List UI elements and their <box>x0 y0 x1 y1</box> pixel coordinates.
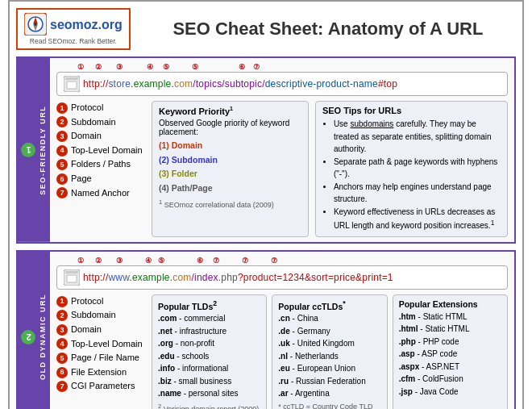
tld-footnote: 2 Verisign domain report (2009) <box>158 403 260 409</box>
url2-item6-label: File Extension <box>71 365 127 380</box>
svg-point-4 <box>34 23 37 26</box>
section2-numbered-list: 1Protocol 2Subdomain 3Domain 4Top-Level … <box>56 294 145 409</box>
section2-badge: 2 <box>21 330 35 344</box>
url1-domain: example <box>134 78 172 90</box>
url2-n7a: ⑦ <box>213 257 219 265</box>
url2-item3-label: Domain <box>71 323 102 337</box>
section2-info-grid: Popular TLDs2 .com - commercial .net - i… <box>152 294 508 409</box>
url1-n2: ② <box>95 63 102 71</box>
section2-label: 2 OLD DYNAMIC URL <box>18 252 50 409</box>
logo-icon <box>24 13 47 35</box>
ext-aspx: .aspx - ASP.NET <box>399 361 501 374</box>
num2-circle-3: 3 <box>56 324 68 336</box>
url2-n1: ① <box>77 257 84 265</box>
num2-circle-7: 7 <box>56 381 68 392</box>
url1-anchor: #top <box>378 78 397 90</box>
url1-item1-label: Protocol <box>71 101 103 115</box>
url2-list-item-2: 2Subdomain <box>56 308 145 323</box>
url2-item4-label: Top-Level Domain <box>71 337 143 352</box>
section1-main-row: 1Protocol 2Subdomain 3Domain 4Top-Level … <box>56 101 508 237</box>
url1-n7: ⑦ <box>253 63 260 71</box>
ext-php: .php - PHP code <box>399 336 501 348</box>
url2-numbers-row: ① ② ③ ④ ⑤ ⑥ ⑦ ⑦ ⑦ <box>56 257 508 265</box>
num-circle-6: 6 <box>56 173 68 185</box>
url1-subdomain: store <box>108 78 131 90</box>
url1-list-item-1: 1Protocol <box>56 101 145 115</box>
url2-item2-label: Subdomain <box>71 308 116 323</box>
cctld-cn: .cn - China <box>278 312 380 325</box>
cctld-uk: .uk - United Kingdom <box>278 337 380 350</box>
url2-bar: http://www.example.com/index.php?product… <box>56 265 508 290</box>
url2-subdomain: www <box>108 272 129 283</box>
tld-item-name: .name - personal sites <box>158 387 260 400</box>
cctld-nl: .nl - Netherlands <box>278 350 380 363</box>
section2-main-row: 1Protocol 2Subdomain 3Domain 4Top-Level … <box>56 294 508 409</box>
popular-tlds-box: Popular TLDs2 .com - commercial .net - i… <box>152 294 267 409</box>
page-container: seomoz.org Read SEOmoz. Rank Better. SEO… <box>8 0 524 409</box>
url1-list: 1Protocol 2Subdomain 3Domain 4Top-Level … <box>56 101 145 200</box>
kw-item-2: (2) Subdomain <box>159 153 301 168</box>
keyword-priority-box: Keyword Priority1 Observed Google priori… <box>152 101 309 237</box>
section1-badge: 1 <box>21 143 35 157</box>
popular-extensions-box: Popular Extensions .htm - Static HTML .h… <box>393 294 508 409</box>
section-seo-friendly: 1 SEO-FRIENDLY URL ① ② ③ ④ ⑤ ⑤ ⑥ ⑦ <box>16 56 516 244</box>
url1-item6-label: Page <box>71 172 92 186</box>
url1-browser-icon <box>64 76 80 92</box>
page-title: SEO Cheat Sheet: Anatomy of A URL <box>140 19 516 40</box>
url1-item2-label: Subdomain <box>71 115 116 130</box>
url2-n7b: ⑦ <box>242 257 248 265</box>
url2-list-item-6: 6File Extension <box>56 365 145 380</box>
kw-item-3: (3) Folder <box>159 167 301 182</box>
url2-domain: example <box>132 272 170 283</box>
url2-list-item-1: 1Protocol <box>56 294 145 309</box>
cctld-eu: .eu - European Union <box>278 362 380 375</box>
url2-n2: ② <box>95 257 102 265</box>
url1-n5b: ⑤ <box>192 63 198 71</box>
num2-circle-2: 2 <box>56 310 68 321</box>
section1-info-grid: Keyword Priority1 Observed Google priori… <box>152 101 508 237</box>
kw-item-1: (1) Domain <box>159 139 301 153</box>
url2-item1-label: Protocol <box>71 294 103 309</box>
url1-list-item-6: 6Page <box>56 172 145 186</box>
seo-tip-1: Use subdomains carefully. They may be tr… <box>334 118 501 156</box>
cctld-de: .de - Germany <box>278 325 380 338</box>
ext-htm: .htm - Static HTML <box>399 311 501 323</box>
ext-asp: .asp - ASP code <box>399 348 501 361</box>
cctld-ar: .ar - Argentina <box>278 387 380 400</box>
tld-item-org: .org - non-profit <box>158 337 260 350</box>
ext-jsp: .jsp - Java Code <box>399 386 501 399</box>
section1-label: 1 SEO-FRIENDLY URL <box>18 58 50 242</box>
num-circle-3: 3 <box>56 131 68 142</box>
kw-priority-title: Keyword Priority1 <box>159 106 301 116</box>
num-circle-7: 7 <box>56 187 68 198</box>
url2-n3: ③ <box>116 257 123 265</box>
url1-numbers-row: ① ② ③ ④ ⑤ ⑤ ⑥ ⑦ <box>56 63 508 71</box>
url1-n4: ④ <box>147 63 153 71</box>
num2-circle-1: 1 <box>56 296 68 307</box>
extensions-title: Popular Extensions <box>399 299 501 309</box>
seo-tips-title: SEO Tips for URLs <box>322 106 501 115</box>
url1-n5a: ⑤ <box>163 63 169 71</box>
seo-tip-4: Keyword effectiveness in URLs decreases … <box>334 206 501 232</box>
seo-tip-3: Anchors may help engines understand page… <box>334 181 501 206</box>
section1-label-text: SEO-FRIENDLY URL <box>39 105 47 194</box>
url1-path: /topics/subtopic/ <box>193 78 264 90</box>
kw-footnote: 1 SEOmoz correlational data (2009) <box>159 198 301 209</box>
url2-list-item-5: 5Page / File Name <box>56 351 145 365</box>
num-circle-5: 5 <box>56 159 68 170</box>
svg-rect-9 <box>65 271 78 273</box>
url2-params: ?product=1234&sort=price&print=1 <box>238 272 393 283</box>
url1-item3-label: Domain <box>71 129 102 144</box>
num-circle-4: 4 <box>56 145 68 157</box>
popular-cctlds-box: Popular ccTLDs* .cn - China .de - German… <box>272 294 387 409</box>
tld-item-net: .net - infrastructure <box>158 325 260 338</box>
tld-item-biz: .biz - small business <box>158 375 260 388</box>
url2-list: 1Protocol 2Subdomain 3Domain 4Top-Level … <box>56 294 145 394</box>
url2-n6: ⑥ <box>197 257 203 265</box>
cctlds-title: Popular ccTLDs* <box>278 299 380 311</box>
tld-item-info: .info - informational <box>158 362 260 375</box>
url1-list-item-2: 2Subdomain <box>56 115 145 130</box>
tlds-title: Popular TLDs2 <box>158 299 260 311</box>
logo-box: seomoz.org Read SEOmoz. Rank Better. <box>16 8 131 50</box>
url2-tld: com <box>172 272 191 283</box>
